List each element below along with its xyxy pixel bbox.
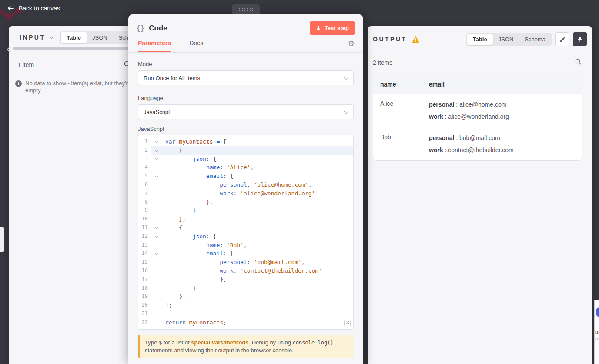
output-actions: TableJSONSchema: [466, 32, 587, 46]
line-number: 10: [138, 215, 151, 224]
back-to-canvas-label: Back to canvas: [19, 5, 60, 12]
edit-output-button[interactable]: [555, 32, 569, 46]
code-text: }: [162, 284, 353, 293]
output-tab-schema[interactable]: Schema: [519, 34, 551, 45]
email-key: work: [429, 113, 443, 120]
input-scrollbar[interactable]: [13, 47, 129, 50]
code-text: json: {: [162, 155, 353, 164]
collapse-input-panel-button[interactable]: [7, 45, 11, 53]
email-value: : bob@mail.com: [454, 134, 500, 141]
modal-drag-handle[interactable]: [232, 4, 260, 14]
code-line[interactable]: 4 name: 'Alice',: [138, 163, 353, 172]
tab-parameters[interactable]: Parameters: [138, 40, 171, 52]
code-line[interactable]: 12 json: {: [138, 232, 353, 241]
back-to-canvas-button[interactable]: Back to canvas: [7, 5, 60, 12]
line-number: 6: [138, 180, 151, 189]
code-line[interactable]: 16 work: 'contact@thebuilder.com': [138, 267, 353, 275]
code-line[interactable]: 22return myContacts;: [138, 318, 353, 327]
code-text: {: [162, 146, 353, 155]
code-lines: 1var myContacts = [2 {3 json: {4 name: '…: [138, 137, 353, 327]
code-line[interactable]: 19 },: [138, 292, 353, 301]
fold-gutter: [151, 180, 162, 189]
fold-gutter: [151, 224, 162, 232]
code-line[interactable]: 17 },: [138, 275, 353, 284]
arrow-left-icon: [7, 5, 14, 12]
code-text: work: 'contact@thebuilder.com': [162, 267, 353, 275]
chevron-down-icon: [344, 110, 348, 114]
cell-email: personal : bob@mail.comwork : contact@th…: [422, 127, 582, 160]
line-number: 4: [138, 163, 151, 172]
hint-text-pre: Type $ for a list of: [145, 339, 191, 346]
pin-data-button[interactable]: [573, 32, 587, 46]
code-line[interactable]: 8 },: [138, 198, 353, 207]
code-line[interactable]: 5 email: {: [138, 172, 353, 180]
input-tab-table[interactable]: Table: [61, 32, 87, 43]
code-editor[interactable]: 1var myContacts = [2 {3 json: {4 name: '…: [138, 135, 354, 330]
help-widget-clipped[interactable]: Dis Leg: [594, 300, 599, 364]
code-line[interactable]: 18 }: [138, 284, 353, 293]
fold-chevron-icon[interactable]: [155, 251, 158, 255]
test-step-label: Test step: [325, 25, 349, 31]
search-icon[interactable]: [575, 58, 582, 67]
output-panel: OUTPUT TableJSONSchema: [368, 26, 592, 364]
fold-gutter: [151, 146, 162, 155]
code-line[interactable]: 21: [138, 310, 353, 318]
fold-chevron-icon[interactable]: [155, 226, 158, 229]
code-line[interactable]: 1var myContacts = [: [138, 137, 353, 146]
special-vars-link[interactable]: special vars/methods: [191, 339, 248, 346]
email-key: personal: [429, 101, 454, 108]
language-select[interactable]: JavaScript: [138, 104, 354, 119]
code-text: json: {: [162, 232, 353, 241]
code-line[interactable]: 7 work: 'alice@wonderland.org': [138, 189, 353, 198]
flask-icon: [316, 25, 321, 31]
language-label: Language: [138, 95, 163, 101]
input-empty-state: i No data to show - item(s) exist, but t…: [15, 80, 137, 94]
mode-select[interactable]: Run Once for All Items: [138, 70, 354, 85]
modal-tabs: ParametersDocs: [138, 40, 203, 52]
resize-handle[interactable]: [344, 320, 351, 326]
tab-docs[interactable]: Docs: [189, 40, 203, 52]
code-line[interactable]: 11 {: [138, 224, 353, 232]
line-number: 9: [138, 206, 151, 215]
code-line[interactable]: 15 personal: 'bob@mail.com',: [138, 258, 353, 267]
fold-chevron-icon[interactable]: [155, 234, 158, 237]
code-line[interactable]: 9 }: [138, 206, 353, 215]
output-items-count: 2 items: [373, 59, 392, 66]
input-selector[interactable]: INPUT: [20, 34, 53, 41]
collapsed-panel-handle[interactable]: [0, 227, 4, 252]
code-line[interactable]: 3 json: {: [138, 155, 353, 164]
gear-icon[interactable]: ⚙: [348, 40, 355, 47]
fold-gutter: [151, 249, 162, 258]
fold-chevron-icon[interactable]: [155, 148, 158, 151]
avatar: [596, 307, 599, 317]
line-number: 14: [138, 249, 151, 258]
email-entry: work : alice@wonderland.org: [429, 110, 575, 123]
code-text: email: {: [162, 249, 353, 258]
fold-gutter: [151, 198, 162, 207]
input-tab-json[interactable]: JSON: [87, 32, 113, 43]
code-line[interactable]: 20];: [138, 301, 353, 310]
fold-gutter: [151, 137, 162, 146]
fold-chevron-icon[interactable]: [155, 157, 158, 160]
fold-chevron-icon[interactable]: [155, 140, 158, 143]
line-number: 19: [138, 292, 151, 301]
fold-gutter: [151, 206, 162, 215]
line-number: 7: [138, 189, 151, 198]
code-line[interactable]: 13 name: 'Bob',: [138, 241, 353, 250]
fold-chevron-icon[interactable]: [155, 174, 158, 177]
output-tab-table[interactable]: Table: [467, 34, 493, 45]
fold-gutter: [151, 310, 162, 318]
hint-text-mid: . Debug by using: [248, 339, 292, 346]
test-step-button[interactable]: Test step: [310, 21, 355, 35]
line-number: 17: [138, 275, 151, 284]
code-line[interactable]: 10 },: [138, 215, 353, 224]
code-text: },: [162, 292, 353, 301]
modal-header: {} Code Test step: [136, 21, 355, 35]
code-text: email: {: [162, 172, 353, 180]
code-line[interactable]: 6 personal: 'alice@home.com',: [138, 180, 353, 189]
code-line[interactable]: 2 {: [138, 146, 353, 155]
output-tab-json[interactable]: JSON: [493, 34, 519, 45]
mode-label: Mode: [138, 61, 152, 67]
input-panel-title: INPUT: [20, 34, 46, 41]
code-line[interactable]: 14 email: {: [138, 249, 353, 258]
